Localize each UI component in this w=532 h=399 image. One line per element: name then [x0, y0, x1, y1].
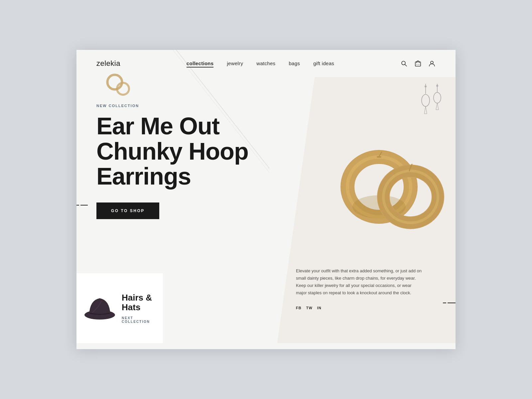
svg-point-7	[431, 61, 433, 64]
hero-title: Ear Me Out Chunky Hoop Earrings	[96, 114, 249, 189]
svg-point-20	[425, 85, 427, 87]
indicator-short	[76, 205, 79, 205]
description-area: Elevate your outfit with that extra adde…	[296, 267, 422, 310]
right-panel: Elevate your outfit with that extra adde…	[269, 77, 456, 343]
next-collection-card[interactable]: Hairs & Hats NEXT COLLECTION	[76, 273, 163, 343]
next-card-text: Hairs & Hats NEXT COLLECTION	[122, 293, 156, 323]
indicator-long	[80, 205, 88, 205]
nav-item-bags[interactable]: bags	[289, 61, 300, 66]
slider-indicator-right	[443, 303, 456, 303]
indicator-dot	[443, 303, 446, 303]
main-earrings-image	[323, 104, 449, 257]
nav-item-watches[interactable]: watches	[256, 61, 275, 66]
svg-line-3	[405, 65, 407, 66]
user-icon[interactable]	[428, 60, 436, 67]
next-collection-title: Hairs & Hats	[122, 293, 156, 312]
facebook-link[interactable]: FB	[296, 306, 302, 310]
indicator-line	[448, 303, 456, 303]
search-icon[interactable]	[400, 60, 408, 67]
nav-item-gift-ideas[interactable]: gift ideas	[313, 61, 334, 66]
nav-item-collections[interactable]: collections	[187, 61, 214, 66]
go-to-shop-button[interactable]: GO TO SHOP	[96, 202, 159, 219]
instagram-link[interactable]: IN	[317, 306, 322, 310]
nav-links: collections jewelry watches bags gift id…	[187, 61, 334, 66]
nav-icons	[400, 60, 436, 67]
social-links: FB TW IN	[296, 306, 422, 310]
navbar: zelekia collections jewelry watches bags…	[76, 50, 456, 77]
twitter-link[interactable]: TW	[306, 306, 313, 310]
logo[interactable]: zelekia	[96, 59, 120, 68]
browser-window: zelekia collections jewelry watches bags…	[76, 50, 456, 349]
left-panel: NEW COLLECTION Ear Me Out Chunky Hoop Ea…	[76, 77, 269, 343]
main-content: NEW COLLECTION Ear Me Out Chunky Hoop Ea…	[76, 77, 456, 343]
nav-item-jewelry[interactable]: jewelry	[227, 61, 243, 66]
svg-point-23	[436, 85, 438, 87]
slider-indicator-left	[76, 205, 88, 205]
hat-image	[83, 287, 116, 330]
svg-point-2	[402, 61, 405, 65]
svg-point-6	[419, 64, 419, 65]
svg-point-21	[422, 94, 430, 106]
cart-icon[interactable]	[414, 60, 422, 67]
next-collection-label: NEXT COLLECTION	[122, 316, 156, 324]
description-text: Elevate your outfit with that extra adde…	[296, 267, 422, 297]
dainty-earrings-decoration	[419, 84, 449, 120]
collection-label: NEW COLLECTION	[96, 104, 249, 108]
svg-point-5	[417, 64, 417, 65]
svg-rect-4	[415, 62, 421, 66]
svg-point-24	[434, 92, 441, 103]
